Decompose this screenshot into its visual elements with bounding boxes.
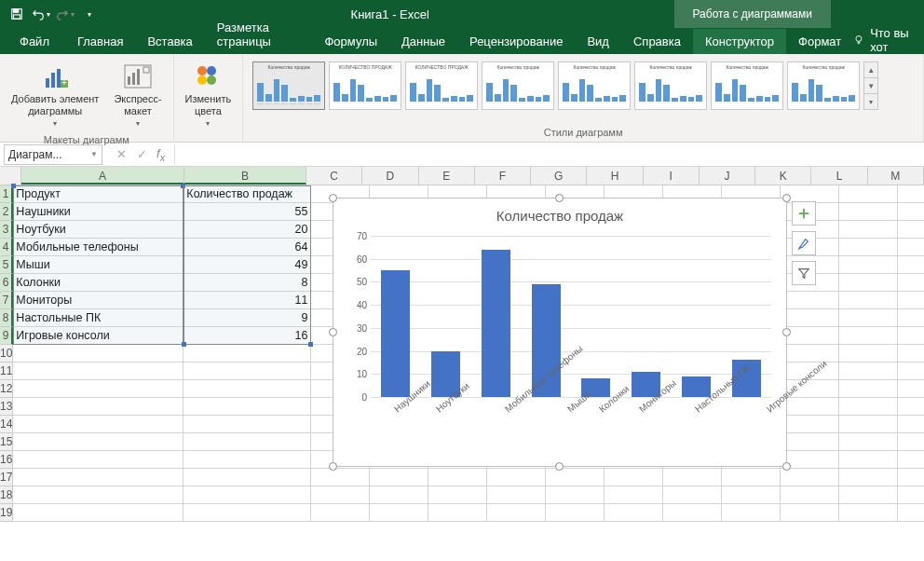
cell-A13[interactable] (13, 398, 183, 416)
col-header-H[interactable]: H (587, 167, 643, 185)
row-header-19[interactable]: 19 (0, 504, 13, 522)
fx-icon[interactable]: fx (153, 146, 169, 163)
cell-B5[interactable]: 49 (183, 256, 311, 274)
cell-B16[interactable] (183, 451, 311, 469)
embedded-chart[interactable]: Количество продаж 010203040506070 Наушни… (333, 198, 787, 467)
bar-2[interactable] (482, 250, 510, 397)
cell-L4[interactable] (839, 239, 898, 256)
cell-L14[interactable] (839, 416, 898, 433)
row-header-1[interactable]: 1 (0, 185, 13, 203)
col-header-M[interactable]: M (868, 167, 924, 185)
col-header-F[interactable]: F (475, 167, 531, 185)
col-header-J[interactable]: J (700, 167, 755, 185)
cell-B7[interactable]: 11 (183, 292, 311, 309)
cell-K10[interactable] (781, 345, 839, 363)
cell-L2[interactable] (839, 203, 898, 221)
row-header-17[interactable]: 17 (0, 469, 13, 486)
cell-A10[interactable] (13, 345, 183, 363)
cell-M12[interactable] (898, 380, 924, 398)
cell-L12[interactable] (839, 380, 898, 398)
cell-M10[interactable] (898, 345, 924, 363)
cell-L1[interactable] (839, 185, 898, 203)
tab-file[interactable]: Файл (4, 29, 65, 54)
cell-L9[interactable] (839, 327, 898, 345)
chart-styles-button[interactable] (792, 231, 816, 255)
cell-G17[interactable] (546, 469, 605, 486)
chart-style-4[interactable]: Количество продаж (482, 62, 554, 110)
cell-J18[interactable] (722, 486, 781, 504)
chart-style-5[interactable]: Количество продаж (558, 62, 631, 110)
cell-L6[interactable] (839, 274, 898, 292)
redo-button[interactable]: ▾ (54, 3, 76, 25)
cell-E17[interactable] (428, 469, 487, 486)
cell-A1[interactable]: Продукт (13, 185, 183, 203)
cell-M11[interactable] (898, 363, 924, 380)
col-header-L[interactable]: L (811, 167, 867, 185)
row-header-4[interactable]: 4 (0, 239, 13, 256)
row-header-5[interactable]: 5 (0, 256, 13, 274)
cell-B18[interactable] (183, 486, 311, 504)
add-chart-element-button[interactable]: + Добавить элемент диаграммы▾ (6, 58, 104, 132)
row-header-3[interactable]: 3 (0, 221, 13, 239)
cell-L17[interactable] (839, 469, 898, 486)
tab-formulas[interactable]: Формулы (312, 29, 389, 54)
row-header-13[interactable]: 13 (0, 398, 13, 416)
cell-H19[interactable] (605, 504, 663, 522)
col-header-B[interactable]: B (184, 167, 306, 185)
cell-L10[interactable] (839, 345, 898, 363)
cell-B6[interactable]: 8 (183, 274, 311, 292)
cell-A12[interactable] (13, 380, 183, 398)
cancel-formula-icon[interactable]: ✕ (112, 147, 130, 161)
chart-style-2[interactable]: КОЛИЧЕСТВО ПРОДАЖ (329, 62, 401, 110)
cell-A6[interactable]: Колонки (13, 274, 183, 292)
cell-E19[interactable] (428, 504, 487, 522)
tab-page-layout[interactable]: Разметка страницы (205, 15, 313, 54)
row-header-18[interactable]: 18 (0, 486, 13, 504)
cell-M5[interactable] (898, 256, 924, 274)
undo-button[interactable]: ▾ (30, 3, 52, 25)
tab-view[interactable]: Вид (575, 29, 621, 54)
cell-I18[interactable] (663, 486, 722, 504)
row-header-15[interactable]: 15 (0, 433, 13, 451)
cell-A4[interactable]: Мобильные телефоны (13, 239, 183, 256)
cell-C18[interactable] (311, 486, 370, 504)
cell-B17[interactable] (183, 469, 311, 486)
row-header-2[interactable]: 2 (0, 203, 13, 221)
tab-data[interactable]: Данные (389, 29, 457, 54)
cell-A11[interactable] (13, 363, 183, 380)
cell-M16[interactable] (898, 451, 924, 469)
cell-B10[interactable] (183, 345, 311, 363)
row-header-8[interactable]: 8 (0, 309, 13, 327)
cell-H18[interactable] (605, 486, 663, 504)
cell-B1[interactable]: Количество продаж (183, 185, 311, 203)
cell-B4[interactable]: 64 (183, 239, 311, 256)
cell-M2[interactable] (898, 203, 924, 221)
cell-D17[interactable] (370, 469, 428, 486)
row-header-16[interactable]: 16 (0, 451, 13, 469)
chart-style-7[interactable]: Количество продаж (711, 62, 783, 110)
cell-B8[interactable]: 9 (183, 309, 311, 327)
cell-M13[interactable] (898, 398, 924, 416)
cell-M15[interactable] (898, 433, 924, 451)
save-button[interactable] (6, 3, 28, 25)
chart-style-3[interactable]: КОЛИЧЕСТВО ПРОДАЖ (405, 62, 478, 110)
cell-A3[interactable]: Ноутбуки (13, 221, 183, 239)
cell-L3[interactable] (839, 221, 898, 239)
cell-M19[interactable] (898, 504, 924, 522)
cell-L15[interactable] (839, 433, 898, 451)
row-header-6[interactable]: 6 (0, 274, 13, 292)
tell-me[interactable]: Что вы хот (870, 26, 915, 54)
cell-C17[interactable] (311, 469, 370, 486)
cell-E18[interactable] (428, 486, 487, 504)
row-header-14[interactable]: 14 (0, 416, 13, 433)
cell-H17[interactable] (605, 469, 663, 486)
cell-K18[interactable] (781, 486, 839, 504)
cell-B3[interactable]: 20 (183, 221, 311, 239)
cell-L19[interactable] (839, 504, 898, 522)
cell-L18[interactable] (839, 486, 898, 504)
chart-filter-button[interactable] (792, 261, 816, 285)
cell-B11[interactable] (183, 363, 311, 380)
cell-B14[interactable] (183, 416, 311, 433)
cell-M6[interactable] (898, 274, 924, 292)
gallery-scroll[interactable]: ▲▼▾ (863, 62, 878, 110)
